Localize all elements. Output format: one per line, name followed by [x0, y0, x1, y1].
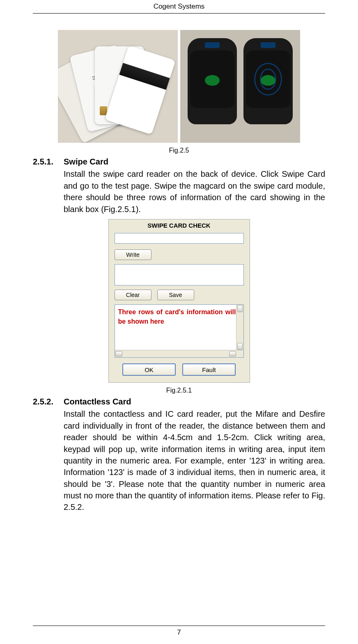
cards-photo: Desfire Card MF3 IC D40: [58, 30, 178, 143]
dialog-title: SWIPE CARD CHECK: [109, 219, 250, 233]
vertical-scrollbar[interactable]: [236, 305, 243, 350]
header-title: Cogent Systems: [154, 2, 205, 10]
section-body-text: Install the swipe card reader on the bac…: [64, 168, 325, 215]
readers-photo: [180, 30, 300, 143]
fault-button[interactable]: Fault: [182, 363, 236, 376]
swipe-input-field[interactable]: [115, 233, 244, 244]
section-number: 2.5.1.: [33, 156, 64, 167]
section-body-text-2: Install the contactless and IC card read…: [64, 408, 325, 513]
save-button[interactable]: Save: [157, 290, 194, 300]
section-2-5-2: 2.5.2. Contactless Card Install the cont…: [33, 396, 325, 513]
figure-2-5-1-caption: Fig.2.5.1: [33, 387, 325, 394]
figure-2-5-caption: Fig.2.5: [33, 147, 325, 154]
ok-button[interactable]: OK: [122, 363, 176, 376]
write-area[interactable]: [115, 264, 244, 285]
section-2-5-1: 2.5.1. Swipe Card Install the swipe card…: [33, 156, 325, 215]
contactless-reader-device: [243, 38, 293, 124]
result-listbox[interactable]: Three rows of card's information will be…: [115, 304, 244, 358]
section-title-2: Contactless Card: [64, 396, 325, 407]
section-number-2: 2.5.2.: [33, 396, 64, 407]
write-button[interactable]: Write: [115, 249, 151, 260]
section-title: Swipe Card: [64, 156, 325, 167]
horizontal-scrollbar[interactable]: [115, 350, 243, 357]
clear-button[interactable]: Clear: [115, 290, 151, 300]
page-header: Cogent Systems: [33, 0, 325, 14]
figure-2-5-photo: Desfire Card MF3 IC D40: [58, 30, 300, 143]
swipe-reader-device: [188, 38, 237, 124]
page-number: 7: [33, 626, 325, 637]
annotation-text: Three rows of card's information will be…: [118, 307, 236, 326]
swipe-card-check-dialog: SWIPE CARD CHECK Write Clear Save Three …: [108, 219, 250, 383]
